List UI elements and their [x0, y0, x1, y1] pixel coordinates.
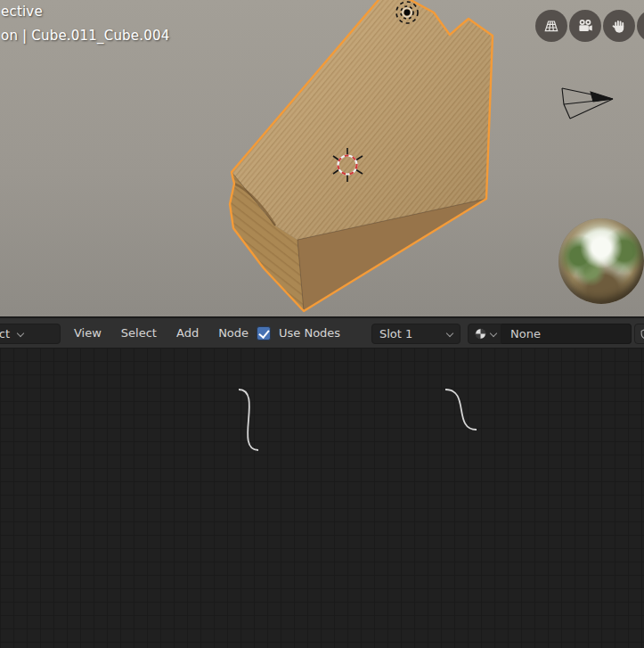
blender-window: ective on | Cube.011_Cube.004	[0, 0, 644, 648]
fake-user-button[interactable]	[634, 324, 644, 344]
editor-menubar: View Select Add Node	[64, 326, 258, 340]
chevron-down-icon	[446, 331, 452, 337]
material-slot-dropdown[interactable]: Slot 1	[371, 324, 461, 344]
use-nodes-checkbox[interactable]	[257, 326, 271, 340]
material-browse-dropdown[interactable]	[468, 324, 501, 344]
use-nodes-toggle[interactable]: Use Nodes	[257, 326, 340, 340]
viewport-camera-button[interactable]	[569, 10, 601, 42]
shader-node-editor[interactable]: plywood_diff_2k.png Color Alpha	[0, 348, 644, 648]
link-color-to-basecolor	[239, 390, 258, 450]
3d-viewport[interactable]: ective on | Cube.011_Cube.004	[0, 0, 644, 316]
menu-view[interactable]: View	[64, 326, 111, 340]
shield-icon	[640, 327, 644, 340]
shader-editor-header: bject View Select Add Node Use Nodes Slo…	[0, 316, 644, 348]
shader-type-dropdown[interactable]: bject	[0, 324, 61, 344]
hdri-preview-sphere	[558, 218, 644, 304]
menu-node[interactable]: Node	[208, 326, 258, 340]
menu-add[interactable]: Add	[167, 326, 208, 340]
camera-wireframe[interactable]	[562, 88, 613, 119]
material-name-field[interactable]: None	[501, 324, 632, 344]
shader-type-label: bject	[0, 327, 10, 340]
viewport-collection-label: on | Cube.011_Cube.004	[1, 28, 169, 44]
node-links	[0, 348, 644, 648]
toggle-grid-button[interactable]	[535, 10, 567, 42]
hand-icon	[610, 17, 628, 35]
chevron-down-icon	[17, 331, 23, 337]
viewport-perspective-label: ective	[1, 4, 43, 20]
grid-floor-icon	[542, 17, 560, 35]
chevron-down-icon	[490, 331, 496, 337]
material-name-value: None	[510, 327, 541, 340]
link-bsdf-to-surface	[445, 390, 477, 430]
movie-camera-icon	[576, 17, 594, 35]
menu-select[interactable]: Select	[111, 326, 167, 340]
slot-label: Slot 1	[379, 327, 412, 340]
wood-object[interactable]	[230, 0, 493, 311]
viewport-scene	[0, 0, 644, 316]
pan-view-button[interactable]	[603, 10, 635, 42]
material-datablock-group: None	[468, 324, 632, 344]
material-sphere-icon	[474, 327, 487, 340]
use-nodes-label: Use Nodes	[279, 326, 340, 340]
